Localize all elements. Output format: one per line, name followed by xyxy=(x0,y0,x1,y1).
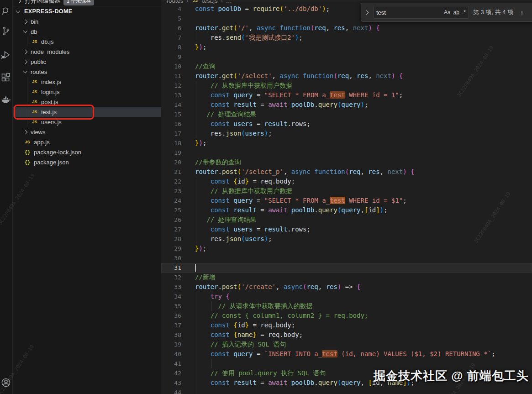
breadcrumb-item-file[interactable]: test.js xyxy=(202,0,217,4)
code-line-25[interactable]: 25 const result = await poolDb.query(que… xyxy=(161,205,532,215)
code-line-12[interactable]: 12 // 从数据库中获取用户数据 xyxy=(161,81,532,90)
breadcrumb-item-symbol[interactable]: … xyxy=(226,0,232,4)
code-line-34[interactable]: 34 try { xyxy=(161,292,532,301)
code-line-26[interactable]: 26 // 处理查询结果 xyxy=(161,215,532,225)
code-line-17[interactable]: 17 res.json(users); xyxy=(161,129,532,138)
code-line-32[interactable]: 32//新增 xyxy=(161,273,532,282)
tree-item-index.js[interactable]: JSindex.js xyxy=(13,77,161,87)
code-line-14[interactable]: 14 const result = await poolDb.query(que… xyxy=(161,100,532,110)
text-cursor xyxy=(195,264,196,272)
indent-guide xyxy=(196,196,196,205)
indent-guide xyxy=(196,359,196,368)
code-line-13[interactable]: 13 const query = "SELECT * FROM a_test W… xyxy=(161,90,532,100)
code-line-40[interactable]: 40 const query = `INSERT INTO a_test (id… xyxy=(161,349,532,359)
code-line-36[interactable]: 36 // const { column1, column2 } = req.b… xyxy=(161,311,532,320)
tree-item-views[interactable]: views xyxy=(13,127,161,137)
tree-item-test.js[interactable]: JStest.js xyxy=(13,107,161,117)
match-case-icon[interactable]: Aa xyxy=(444,9,451,16)
code-line-10[interactable]: 10//查询 xyxy=(161,62,532,71)
code-line-23[interactable]: 23 // 从数据库中获取用户数据 xyxy=(161,186,532,196)
code-line-31[interactable]: 31 xyxy=(161,263,532,273)
js-file-icon: JS xyxy=(31,89,38,94)
code-line-22[interactable]: 22 const {id} = req.body; xyxy=(161,177,532,186)
tree-item-users.js[interactable]: JSusers.js xyxy=(13,117,161,127)
indent-guide xyxy=(196,330,196,340)
line-number: 22 xyxy=(161,177,181,186)
code-text: const query = "SELECT * FROM a_test WHER… xyxy=(195,90,403,100)
code-line-38[interactable]: 38 const {name} = req.body; xyxy=(161,330,532,340)
chevron-right-icon xyxy=(23,49,28,54)
code-line-24[interactable]: 24 const query = "SELECT * FROM a_test W… xyxy=(161,196,532,205)
tree-item-package-lock.json[interactable]: {}package-lock.json xyxy=(13,147,161,157)
open-editors-header[interactable]: 打开的编辑器 1 个未保存 xyxy=(13,0,161,6)
find-expand-chevron-icon[interactable] xyxy=(364,10,369,15)
code-line-9[interactable]: 9 xyxy=(161,52,532,62)
code-text: // 处理查询结果 xyxy=(195,110,257,119)
regex-icon[interactable]: .* xyxy=(462,9,466,16)
tree-item-db.js[interactable]: JSdb.js xyxy=(13,37,161,47)
run-debug-icon[interactable] xyxy=(0,49,12,61)
search-icon[interactable] xyxy=(0,6,12,17)
code-line-28[interactable]: 28 res.json(users); xyxy=(161,234,532,244)
find-input[interactable]: test Aa ab .* xyxy=(373,6,469,19)
js-file-icon: JS xyxy=(31,120,38,124)
tree-item-node_modules[interactable]: node_modules xyxy=(13,47,161,57)
open-editors-section: 打开的编辑器 1 个未保存 xyxy=(13,0,161,6)
code-line-6[interactable]: 6router.get('/', async function(req, res… xyxy=(161,23,532,33)
tree-item-bin[interactable]: bin xyxy=(13,16,161,26)
code-line-44[interactable]: 44 xyxy=(161,388,532,394)
extensions-icon[interactable] xyxy=(0,72,12,84)
code-line-29[interactable]: 29}); xyxy=(161,244,532,253)
code-line-20[interactable]: 20//带参数的查询 xyxy=(161,158,532,167)
tree-item-db[interactable]: db xyxy=(13,26,161,37)
code-line-27[interactable]: 27 const users = result.rows; xyxy=(161,225,532,234)
whole-word-icon[interactable]: ab xyxy=(453,9,459,16)
line-number: 5 xyxy=(161,14,181,23)
code-line-39[interactable]: 39 // 插入记录的 SQL 语句 xyxy=(161,340,532,349)
breadcrumb-separator: › xyxy=(186,0,188,4)
code-line-16[interactable]: 16 const users = result.rows; xyxy=(161,119,532,129)
tree-item-label: app.js xyxy=(34,139,50,146)
code-text: }); xyxy=(195,244,206,253)
code-text: }); xyxy=(195,42,206,52)
tree-item-public[interactable]: public xyxy=(13,57,161,67)
tree-item-label: users.js xyxy=(41,119,62,126)
js-file-icon: JS xyxy=(191,0,199,3)
code-area[interactable]: 4const poolDb = require('../db/db');56ro… xyxy=(161,4,532,394)
breadcrumb-item-routes[interactable]: routes xyxy=(167,0,183,4)
code-line-37[interactable]: 37 const {id} = req.body; xyxy=(161,320,532,330)
tree-item-login.js[interactable]: JSlogin.js xyxy=(13,87,161,97)
breadcrumb-separator: › xyxy=(221,0,222,4)
code-text: router.post('/create', async(req, res) =… xyxy=(195,282,361,292)
js-file-icon: JS xyxy=(31,100,38,104)
code-line-33[interactable]: 33router.post('/create', async(req, res)… xyxy=(161,282,532,292)
watermark-text: 掘金技术社区 @ 前端包工头 xyxy=(374,368,529,384)
account-icon[interactable] xyxy=(0,377,12,389)
source-control-icon[interactable] xyxy=(0,26,12,37)
code-line-8[interactable]: 8}); xyxy=(161,42,532,52)
code-line-21[interactable]: 21router.post('/select_p', async functio… xyxy=(161,167,532,177)
code-line-18[interactable]: 18}); xyxy=(161,138,532,148)
tree-item-post.js[interactable]: JSpost.js xyxy=(13,97,161,107)
indent-guide xyxy=(211,301,212,311)
code-text: res.json(users); xyxy=(195,129,272,138)
code-line-35[interactable]: 35 // 从请求体中获取要插入的数据 xyxy=(161,301,532,311)
docker-icon[interactable] xyxy=(0,94,12,105)
line-number: 41 xyxy=(161,359,181,368)
tree-item-package.json[interactable]: {}package.json xyxy=(13,157,161,167)
breadcrumb[interactable]: routes › JS test.js › … xyxy=(167,0,232,5)
tree-item-app.js[interactable]: JSapp.js xyxy=(13,137,161,147)
code-line-11[interactable]: 11router.get('/select', async function(r… xyxy=(161,71,532,81)
tree-item-label: views xyxy=(31,129,46,136)
indent-guide xyxy=(196,378,196,388)
previous-match-button[interactable]: ↑ xyxy=(517,9,527,16)
workspace-header[interactable]: EXPRESS-DOME xyxy=(13,6,161,16)
tree-item-routes[interactable]: routes xyxy=(13,67,161,77)
next-match-button[interactable]: ↓ xyxy=(531,9,532,16)
code-line-41[interactable]: 41 xyxy=(161,359,532,368)
editor-pane[interactable]: routes › JS test.js › … test Aa ab .* 第 … xyxy=(161,0,532,394)
code-line-7[interactable]: 7 res.send('我是测试接口2'); xyxy=(161,33,532,42)
code-line-19[interactable]: 19 xyxy=(161,148,532,158)
code-line-30[interactable]: 30 xyxy=(161,253,532,263)
code-line-15[interactable]: 15 // 处理查询结果 xyxy=(161,110,532,119)
